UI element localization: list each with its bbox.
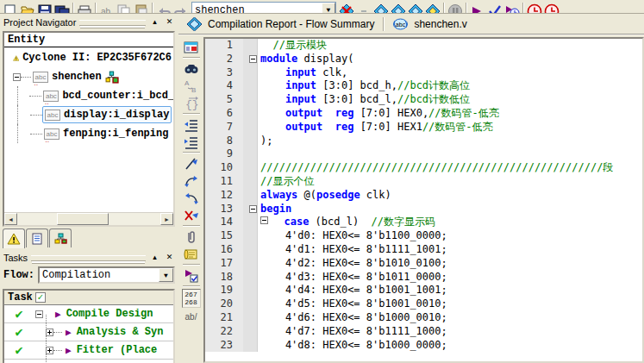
- code-line[interactable]: 17 4'd2: HEX0<= 8'b1010_0100;: [205, 257, 642, 271]
- combobox-dropdown-icon[interactable]: ▼: [159, 268, 173, 282]
- fold-margin[interactable]: [243, 311, 258, 325]
- clock2-icon[interactable]: [543, 2, 560, 14]
- fold-margin[interactable]: [243, 229, 258, 243]
- fold-margin[interactable]: [243, 93, 258, 107]
- scroll-right-icon[interactable]: ►: [160, 213, 173, 225]
- assembler-icon[interactable]: [424, 2, 441, 14]
- next-bookmark-icon[interactable]: [182, 172, 201, 189]
- panel-grip[interactable]: [79, 20, 146, 26]
- start-analysis-icon[interactable]: [469, 2, 486, 14]
- rtl-viewer-icon[interactable]: [372, 2, 390, 14]
- fold-margin[interactable]: [243, 66, 258, 80]
- run-task-icon[interactable]: ▶: [66, 345, 72, 356]
- undo-icon[interactable]: [155, 2, 172, 14]
- pause-icon[interactable]: [447, 2, 464, 14]
- compile-icon2[interactable]: [407, 2, 424, 14]
- print-icon[interactable]: [76, 2, 93, 14]
- code-line[interactable]: 13begin: [205, 203, 642, 216]
- tree-item-bcd_counter[interactable]: abcbcd_counter:i_bcd_: [4, 86, 173, 105]
- decrease-indent-icon[interactable]: [182, 134, 201, 150]
- expander-icon[interactable]: [13, 73, 21, 81]
- fold-margin[interactable]: [243, 284, 258, 297]
- customize-window-icon[interactable]: [182, 39, 201, 55]
- scrollbar-thumb[interactable]: [57, 213, 109, 225]
- redo-icon[interactable]: [172, 2, 190, 14]
- run-task-icon[interactable]: ▶: [55, 309, 61, 320]
- code-line[interactable]: 22 4'd7: HEX0<= 8'b1111_1000;: [205, 325, 642, 339]
- insert-file-icon[interactable]: [182, 228, 201, 245]
- fold-margin[interactable]: [243, 135, 258, 148]
- task-row[interactable]: ✔▶Assembler (Gen: [4, 360, 173, 363]
- fold-minus-icon[interactable]: [249, 205, 257, 213]
- fold-margin[interactable]: [243, 243, 258, 257]
- close-panel-button[interactable]: ✕: [164, 17, 175, 28]
- compile-icon[interactable]: [390, 2, 407, 14]
- fold-margin[interactable]: [243, 339, 258, 353]
- sep2[interactable]: [355, 2, 372, 14]
- fold-margin[interactable]: [243, 257, 258, 271]
- code-text[interactable]: 4'd7: HEX0<= 8'b1111_1000;: [258, 325, 642, 339]
- code-line[interactable]: 23 4'd8: HEX0<= 8'b1000_0000;: [205, 339, 642, 353]
- fold-margin[interactable]: [243, 107, 258, 121]
- fold-margin[interactable]: [243, 216, 258, 229]
- scroll-left-icon[interactable]: ◄: [4, 213, 17, 225]
- code-line[interactable]: 5 input [3:0] bcd_l,//bcd计数低位: [205, 93, 642, 107]
- save-icon[interactable]: [36, 2, 53, 14]
- insert-template-icon[interactable]: [182, 246, 201, 262]
- fold-margin[interactable]: [243, 189, 258, 203]
- code-text[interactable]: input [3:0] bcd_h,//bcd计数高位: [258, 79, 642, 93]
- comment-tool-icon[interactable]: ab/: [185, 312, 197, 322]
- code-text[interactable]: 4'd3: HEX0<= 8'b1011_0000;: [258, 271, 642, 285]
- fold-margin[interactable]: [243, 147, 258, 161]
- toggle-bookmark-icon[interactable]: [182, 155, 201, 172]
- code-text[interactable]: begin: [258, 203, 642, 216]
- code-text[interactable]: //显示模块: [258, 39, 642, 53]
- code-text[interactable]: 4'd6: HEX0<= 8'b1000_0010;: [258, 311, 642, 325]
- flow-combobox[interactable]: Compilation ▼: [38, 266, 175, 284]
- tree-item-Cyclone II[interactable]: Cyclone II: EP2C35F672C6: [4, 48, 173, 67]
- code-line[interactable]: 14 case (bcd_l) //数字显示码: [205, 216, 642, 229]
- code-line[interactable]: 9: [205, 147, 642, 161]
- code-text[interactable]: input clk,: [258, 66, 642, 80]
- replace-icon[interactable]: AB: [182, 78, 201, 94]
- tree-item-fenping[interactable]: abcfenping:i_fenping: [4, 124, 173, 143]
- combobox-dropdown-icon[interactable]: ▼: [322, 3, 335, 14]
- task-row[interactable]: ✔▶Compile Design: [4, 305, 173, 323]
- code-line[interactable]: 1 //显示模块: [205, 39, 642, 53]
- paste-icon[interactable]: [133, 2, 150, 14]
- code-text[interactable]: 4'd1: HEX0<= 8'b1111_1001;: [258, 243, 642, 257]
- collapse-panel-button[interactable]: ▴: [149, 17, 160, 28]
- find-icon[interactable]: [182, 60, 201, 77]
- code-text[interactable]: [258, 147, 642, 161]
- scrollbar-track[interactable]: [17, 213, 160, 225]
- fold-margin[interactable]: [243, 39, 258, 53]
- code-text[interactable]: 4'd0: HEX0<= 8'b1100_0000;: [258, 229, 642, 243]
- task-checkbox-icon[interactable]: ✓: [35, 292, 46, 303]
- tree-item-display[interactable]: abcdisplay:i_display: [4, 105, 173, 124]
- tab-hierarchy[interactable]: [3, 228, 25, 248]
- tab-files[interactable]: [26, 228, 48, 247]
- fold-margin[interactable]: [243, 161, 258, 175]
- expander-icon[interactable]: [46, 347, 53, 354]
- code-text[interactable]: input [3:0] bcd_l,//bcd计数低位: [258, 93, 642, 107]
- fold-minus-icon[interactable]: [249, 55, 257, 63]
- code-line[interactable]: 6 output reg [7:0] HEX0,//数码管-低亮: [205, 107, 642, 121]
- expander-icon[interactable]: [35, 310, 43, 318]
- code-line[interactable]: 3 input clk,: [205, 66, 642, 80]
- code-text[interactable]: 4'd5: HEX0<= 8'b1001_0010;: [258, 297, 642, 311]
- fold-margin[interactable]: [243, 325, 258, 339]
- code-text[interactable]: output reg [7:0] HEX1//数码管-低亮: [258, 121, 642, 135]
- close-panel-button[interactable]: ✕: [164, 253, 175, 263]
- code-line[interactable]: 19 4'd4: HEX0<= 8'b1001_1001;: [205, 284, 642, 297]
- collapse-panel-button[interactable]: ▴: [149, 253, 160, 263]
- fold-margin[interactable]: [243, 53, 258, 66]
- fold-margin[interactable]: [243, 297, 258, 311]
- project-combobox[interactable]: shenchen ▼: [191, 2, 336, 14]
- code-line[interactable]: 10//////////////////////////////////////…: [205, 161, 642, 175]
- open-file-icon[interactable]: [19, 2, 36, 14]
- task-row[interactable]: ✔▶Analysis & Syn: [4, 323, 173, 341]
- tab-design-units[interactable]: [49, 228, 72, 247]
- code-text[interactable]: always @(posedge clk): [258, 189, 642, 203]
- panel-grip[interactable]: [31, 255, 146, 261]
- code-text[interactable]: //显示个位: [258, 175, 642, 189]
